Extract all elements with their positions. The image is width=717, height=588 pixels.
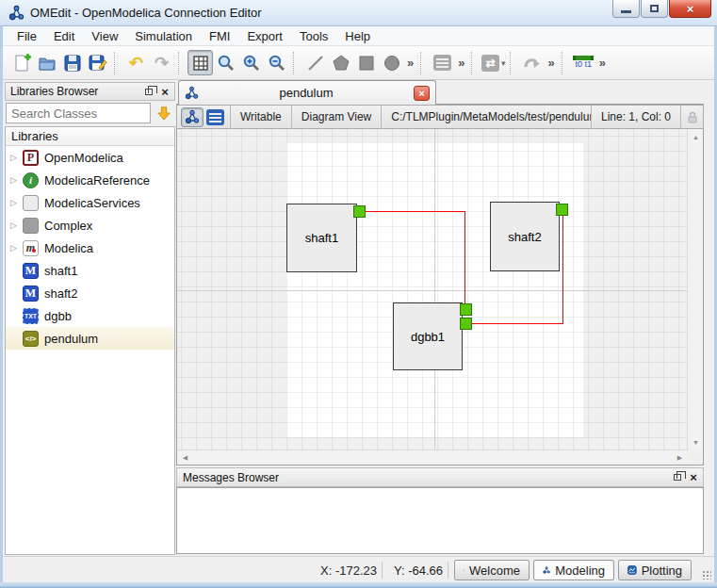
scroll-up-icon[interactable]: ▲ bbox=[688, 129, 704, 144]
library-item-pendulum[interactable]: </> pendulum bbox=[6, 327, 174, 350]
component-dgbb1[interactable]: dgbb1 bbox=[393, 302, 463, 370]
menu-file[interactable]: File bbox=[8, 27, 45, 45]
expand-icon[interactable]: ▷ bbox=[10, 220, 23, 230]
expand-icon[interactable]: ▷ bbox=[10, 243, 23, 253]
diagram-view-button[interactable] bbox=[181, 107, 204, 127]
diagram-canvas[interactable]: shaft1 shaft2 dgbb1 ▲ ▼ ◀ ▶ bbox=[176, 129, 704, 466]
messages-browser-body bbox=[176, 487, 704, 554]
new-file-icon bbox=[12, 54, 31, 73]
library-item-complex[interactable]: ▷ Complex bbox=[6, 214, 174, 237]
expand-icon[interactable]: ▷ bbox=[10, 175, 23, 185]
tlm-cosim-button[interactable]: t0 t1 bbox=[571, 50, 596, 75]
writable-button[interactable]: Writable bbox=[230, 106, 291, 128]
transition-mode-button[interactable]: ⇄ ▾ bbox=[481, 50, 506, 75]
port-dgbb1-bottom[interactable] bbox=[460, 318, 472, 330]
menu-tools[interactable]: Tools bbox=[291, 27, 336, 45]
scroll-right-icon[interactable]: ▶ bbox=[672, 450, 688, 466]
perspective-label: Welcome bbox=[469, 564, 520, 578]
text-overflow-button[interactable]: » bbox=[455, 56, 467, 70]
diagram-viewport[interactable]: shaft1 shaft2 dgbb1 bbox=[177, 129, 688, 449]
open-model-button[interactable] bbox=[34, 50, 59, 75]
modeling-perspective-button[interactable]: Modeling bbox=[533, 560, 614, 580]
text-tool-button[interactable] bbox=[430, 50, 455, 75]
library-item-dgbb[interactable]: TXT dgbb bbox=[6, 304, 174, 327]
menu-export[interactable]: Export bbox=[238, 27, 291, 45]
connection-shaft1-dgbb1-vertical[interactable] bbox=[464, 211, 465, 304]
menu-simulation[interactable]: Simulation bbox=[126, 27, 201, 45]
simulate-button[interactable] bbox=[519, 50, 545, 75]
modelica-icon: m bbox=[23, 240, 39, 256]
dock-float-button[interactable] bbox=[142, 85, 155, 98]
search-row bbox=[6, 103, 175, 123]
status-bar: X: -172.23 Y: -64.66 Welcome Modeling bbox=[3, 556, 714, 582]
shapes-overflow-button[interactable]: » bbox=[404, 56, 416, 70]
save-button[interactable] bbox=[59, 50, 85, 75]
show-grid-button[interactable] bbox=[187, 50, 213, 75]
rectangle-tool-button[interactable] bbox=[353, 50, 379, 75]
library-item-openmodelica[interactable]: ▷ P OpenModelica bbox=[6, 146, 174, 169]
library-item-shaft2[interactable]: M shaft2 bbox=[6, 282, 174, 304]
zoom-fit-button[interactable] bbox=[213, 50, 238, 75]
expand-icon[interactable]: ▷ bbox=[10, 198, 23, 207]
polygon-tool-button[interactable] bbox=[328, 50, 353, 75]
title-bar[interactable]: OMEdit - OpenModelica Connection Editor … bbox=[0, 0, 717, 26]
connection-shaft2-dgbb1-vertical[interactable] bbox=[562, 216, 563, 323]
library-item-modelicareference[interactable]: ▷ i ModelicaReference bbox=[6, 169, 174, 191]
connection-shaft1-dgbb1-horizontal[interactable] bbox=[366, 211, 465, 212]
window-bottom-border bbox=[0, 582, 717, 588]
port-shaft1[interactable] bbox=[353, 205, 366, 218]
cursor-y-label: Y: -64.66 bbox=[386, 564, 443, 578]
component-shaft2[interactable]: shaft2 bbox=[490, 202, 560, 271]
component-shaft1[interactable]: shaft1 bbox=[286, 204, 357, 272]
line-tool-button[interactable] bbox=[302, 50, 328, 75]
horizontal-scrollbar[interactable]: ◀ ▶ bbox=[177, 449, 688, 465]
port-dgbb1-top[interactable] bbox=[460, 303, 472, 316]
libraries-browser-header[interactable]: Libraries Browser × bbox=[5, 82, 175, 101]
connection-shaft2-dgbb1-horizontal[interactable] bbox=[472, 323, 563, 324]
undo-button[interactable]: ↶ bbox=[123, 50, 149, 75]
zoom-out-button[interactable] bbox=[264, 50, 289, 75]
dock-close-button[interactable]: × bbox=[158, 85, 171, 98]
dock-close-button[interactable]: × bbox=[687, 471, 700, 484]
text-view-button[interactable] bbox=[204, 107, 226, 127]
scroll-left-icon[interactable]: ◀ bbox=[177, 450, 193, 466]
maximize-button[interactable] bbox=[641, 0, 668, 18]
info-icon: i bbox=[23, 172, 39, 188]
toolbar-separator bbox=[114, 52, 121, 74]
close-button[interactable]: × bbox=[669, 0, 711, 18]
search-classes-input[interactable] bbox=[6, 103, 151, 123]
expand-icon[interactable]: ▷ bbox=[10, 153, 23, 162]
save-as-button[interactable] bbox=[85, 50, 110, 75]
status-separator bbox=[448, 562, 448, 579]
tlm-overflow-button[interactable]: » bbox=[596, 56, 609, 70]
dock-float-button[interactable] bbox=[671, 471, 684, 484]
vertical-axis-line bbox=[434, 129, 435, 449]
plotting-perspective-button[interactable]: Plotting bbox=[618, 560, 692, 580]
ellipse-tool-button[interactable] bbox=[379, 50, 404, 75]
tab-close-button[interactable]: × bbox=[414, 86, 430, 101]
tab-pendulum[interactable]: pendulum × bbox=[178, 80, 436, 105]
welcome-perspective-button[interactable]: Welcome bbox=[454, 560, 530, 580]
metamodel-tab-icon bbox=[185, 86, 199, 100]
libraries-tree-header[interactable]: Libraries bbox=[6, 127, 174, 146]
menu-edit[interactable]: Edit bbox=[45, 27, 83, 45]
port-shaft2[interactable] bbox=[556, 204, 568, 216]
library-item-modelica[interactable]: ▷ m Modelica bbox=[6, 237, 174, 259]
record-icon bbox=[23, 218, 39, 234]
messages-browser-header[interactable]: Messages Browser × bbox=[176, 467, 704, 487]
vertical-scrollbar[interactable]: ▲ ▼ bbox=[687, 129, 703, 449]
menu-help[interactable]: Help bbox=[336, 27, 379, 45]
scroll-down-icon[interactable]: ▼ bbox=[688, 434, 704, 449]
library-item-shaft1[interactable]: M shaft1 bbox=[6, 259, 174, 282]
new-model-button[interactable] bbox=[8, 50, 34, 75]
simulate-overflow-button[interactable]: » bbox=[545, 56, 557, 70]
tab-title: pendulum bbox=[199, 86, 414, 100]
zoom-in-button[interactable] bbox=[238, 50, 264, 75]
search-scope-button[interactable] bbox=[154, 103, 174, 123]
library-item-modelicaservices[interactable]: ▷ ModelicaServices bbox=[6, 191, 174, 214]
menu-fmi[interactable]: FMI bbox=[201, 27, 238, 45]
resize-grip[interactable] bbox=[702, 570, 711, 580]
redo-button[interactable]: ↷ bbox=[149, 50, 174, 75]
minimize-button[interactable] bbox=[612, 0, 640, 18]
menu-view[interactable]: View bbox=[83, 27, 126, 45]
